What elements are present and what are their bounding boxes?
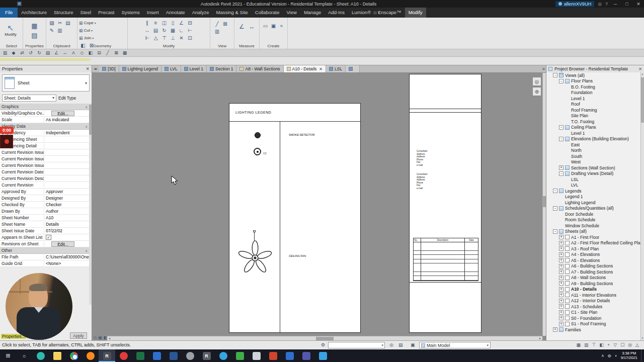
tree-item[interactable]: - Drafting Views (Detail) — [546, 171, 640, 177]
tree-toggle-icon[interactable]: + — [559, 258, 564, 262]
show-desktop-button[interactable] — [641, 349, 643, 362]
property-row[interactable]: Scale As indicated — [0, 117, 90, 123]
start-button[interactable]: ⊞ — [0, 349, 16, 362]
property-row[interactable]: Revisions on Sheet Edit... — [0, 241, 90, 247]
property-row[interactable]: Graphics — [0, 104, 90, 110]
firefox[interactable] — [82, 349, 99, 362]
tree-item[interactable]: + A13 - Schedules — [546, 304, 640, 310]
tree-item[interactable]: Roof Framing — [546, 107, 640, 113]
ribbon-tab[interactable]: Massing & Site — [212, 8, 251, 18]
smoke-co-detector-symbol[interactable] — [254, 148, 261, 155]
tree-item[interactable]: Foundation — [546, 90, 640, 96]
property-value[interactable]: Author — [44, 209, 90, 214]
default-3d-view-icon[interactable]: ◧ — [87, 50, 94, 56]
undo-icon[interactable]: ↺ — [27, 50, 34, 56]
tree-item[interactable]: + A11 - Interior Elevations — [546, 292, 640, 298]
property-value[interactable]: As indicated — [44, 117, 90, 122]
zoom[interactable] — [231, 349, 248, 362]
property-value[interactable]: ✓ — [46, 235, 51, 240]
property-value[interactable]: C:\Users\all30000\One... — [44, 254, 90, 259]
property-row[interactable]: Drawn By Author — [0, 208, 90, 215]
sync-icon[interactable]: ⇄ — [19, 50, 26, 56]
scroll-right-icon[interactable]: ▸ — [538, 336, 542, 340]
property-row[interactable]: Current Revision Issue... — [0, 162, 90, 169]
notification-icon[interactable]: ◎ — [598, 2, 602, 7]
detail-group-icon[interactable]: ▣ — [270, 22, 278, 30]
property-row[interactable]: Referencing Detail — [0, 143, 90, 149]
property-value[interactable]: Approver — [44, 189, 90, 194]
create-similar-icon[interactable]: ⊡ — [186, 34, 194, 42]
tree-item[interactable]: + A12 - Interior Details — [546, 298, 640, 304]
mirror-draw-axis-icon[interactable]: ▯ — [169, 19, 177, 27]
tag-icon[interactable]: ◇ — [78, 50, 86, 56]
tree-item[interactable]: Level 1 — [546, 130, 640, 136]
legend-component-icon[interactable]: ▭ — [262, 22, 270, 30]
select-pinned-icon[interactable]: ⊤ — [592, 342, 596, 348]
close-hidden-windows-icon[interactable]: ⊠ — [221, 20, 229, 28]
tree-item[interactable]: North — [546, 148, 640, 154]
scroll-up-icon[interactable]: ▴ — [641, 72, 644, 76]
open-icon[interactable]: ▥ — [2, 50, 9, 56]
switch-windows-icon[interactable]: ▥ — [213, 28, 221, 35]
copy-icon[interactable]: ▤ — [152, 27, 160, 34]
tree-toggle-icon[interactable]: - — [553, 229, 557, 234]
tab-close-icon[interactable]: ✕ — [319, 67, 323, 71]
tree-item[interactable]: + A6 - Building Sections — [546, 263, 640, 269]
tree-item[interactable]: Door Schedule — [546, 211, 640, 217]
tree-item[interactable]: + A4 - Elevations — [546, 252, 640, 258]
thin-lines-icon[interactable]: ╱ — [213, 20, 221, 28]
tree-toggle-icon[interactable]: + — [559, 310, 564, 315]
tree-item[interactable]: T.O. Footing — [546, 119, 640, 125]
tree-toggle-icon[interactable]: + — [559, 276, 564, 280]
tree-toggle-icon[interactable]: - — [553, 189, 557, 193]
view-tab[interactable]: Lighting Legend — [119, 65, 162, 72]
tree-item[interactable]: + A1 - First Floor — [546, 234, 640, 240]
ribbon-tab[interactable]: Analyze — [189, 8, 213, 18]
filter-icon[interactable]: ▽ — [613, 342, 617, 348]
panel-label-clipboard[interactable]: Clipboard — [46, 44, 77, 48]
tree-item[interactable]: + Families — [546, 327, 640, 333]
insulation-icon[interactable]: ≈ — [278, 22, 286, 30]
title-block[interactable]: ConsultantAddressAddressPhoneFaxe-mail C… — [409, 74, 481, 333]
tree-toggle-icon[interactable]: + — [559, 264, 564, 268]
view-tab[interactable]: A10 - Details ✕ — [284, 65, 326, 72]
skype[interactable] — [215, 349, 231, 362]
close-hidden-icon[interactable]: ⊠ — [113, 50, 120, 56]
user-account-button[interactable]: allennXV9UH — [555, 1, 594, 7]
apply-button[interactable]: Apply — [70, 332, 87, 339]
ribbon-tab[interactable]: Precast — [95, 8, 118, 18]
property-value[interactable]: Designer — [44, 196, 90, 201]
thin-lines-icon[interactable]: ╱ — [104, 50, 111, 56]
tree-toggle-icon[interactable]: - — [559, 79, 564, 83]
tree-toggle-icon[interactable]: + — [559, 293, 564, 297]
notepad[interactable] — [248, 349, 265, 362]
offset-icon[interactable]: ≡ — [152, 19, 160, 27]
tree-item[interactable]: + C1 - Site Plan — [546, 310, 640, 316]
split-element-icon[interactable]: ∠ — [178, 19, 186, 27]
property-value[interactable]: A10 — [44, 215, 90, 220]
tree-item[interactable]: + S0 - Foundation — [546, 315, 640, 321]
project-browser-scrollbar[interactable]: ▴ ▾ — [640, 72, 644, 340]
volume-icon[interactable]: ◖ — [615, 353, 617, 358]
detail-level-icon[interactable]: ▦ — [98, 335, 102, 340]
tree-item[interactable]: Legend 1 — [546, 194, 640, 200]
tree-item[interactable]: + A8 - Wall Sections — [546, 275, 640, 281]
design-options-icon[interactable]: ▣ — [411, 342, 415, 347]
tree-item[interactable]: - Views (all) — [546, 72, 640, 78]
tree-item[interactable]: - Sheets (all) — [546, 229, 640, 235]
close-icon[interactable]: ✕ — [638, 66, 642, 71]
tree-toggle-icon[interactable]: + — [559, 241, 564, 245]
tree-toggle-icon[interactable]: + — [559, 281, 564, 286]
tree-item[interactable]: West — [546, 159, 640, 165]
tree-item[interactable]: + A9 - Building Sections — [546, 281, 640, 287]
steering-wheel-icon[interactable]: ◎ — [532, 77, 541, 86]
tree-toggle-icon[interactable]: + — [559, 246, 564, 251]
tree-item[interactable]: + A5 - Elevations — [546, 257, 640, 263]
teams[interactable] — [298, 349, 314, 362]
background-processes-icon[interactable]: ◎ — [628, 342, 632, 348]
delete-icon[interactable]: ✕ — [178, 34, 186, 42]
property-row[interactable]: Current Revision — [0, 182, 90, 189]
help-icon[interactable]: ? — [605, 2, 608, 7]
minimize-button[interactable]: ─ — [611, 2, 619, 7]
tree-toggle-icon[interactable]: + — [559, 322, 564, 326]
